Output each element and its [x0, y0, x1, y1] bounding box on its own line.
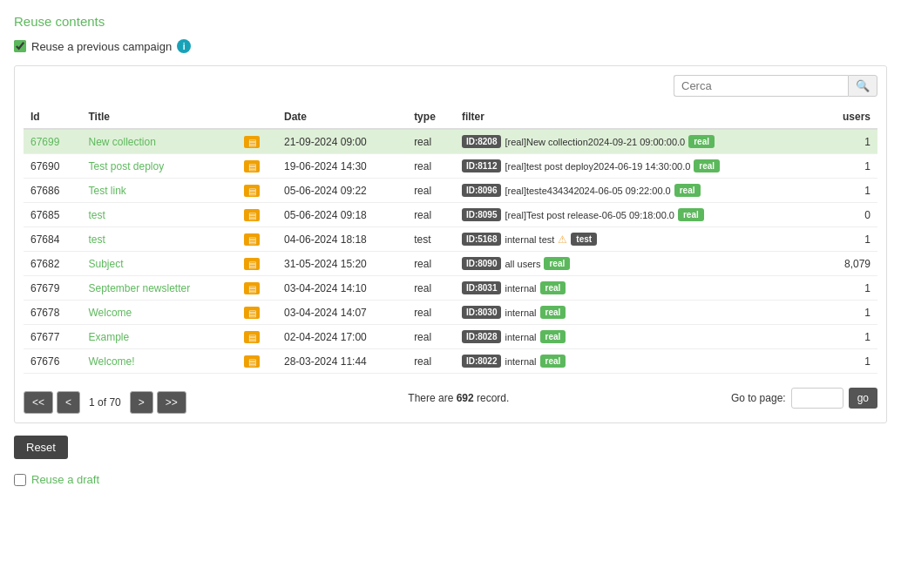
reset-button[interactable]: Reset	[14, 436, 68, 459]
search-button[interactable]: 🔍	[848, 75, 877, 97]
goto-button[interactable]: go	[849, 388, 877, 409]
col-icon	[237, 105, 277, 129]
cell-title: test	[81, 227, 237, 252]
next-page-button[interactable]: >	[130, 391, 153, 414]
row-title-link[interactable]: Welcome!	[88, 355, 134, 368]
filter-text: internal	[505, 308, 536, 318]
cell-type: real	[407, 252, 455, 276]
filter-text: internal test	[505, 234, 554, 245]
prev-page-button[interactable]: <	[57, 391, 80, 414]
image-icon	[244, 185, 260, 197]
cell-type: real	[407, 349, 455, 374]
row-title-link[interactable]: test	[88, 209, 105, 221]
cell-icon	[237, 276, 277, 301]
row-title-link[interactable]: Welcome	[88, 307, 132, 319]
reuse-draft-link[interactable]: Reuse a draft	[31, 473, 99, 486]
filter-id-badge: ID:8208	[462, 135, 502, 148]
cell-id: 67684	[24, 227, 81, 252]
cell-icon	[237, 349, 277, 374]
info-icon[interactable]: i	[177, 39, 191, 53]
filter-type-badge: real	[540, 306, 566, 319]
cell-type: real	[407, 154, 455, 179]
row-title-link[interactable]: test	[88, 233, 105, 246]
image-icon	[244, 282, 260, 294]
filter-id-badge: ID:8095	[462, 208, 502, 221]
image-icon	[244, 331, 260, 343]
pagination-row: << < 1 of 70 > >> There are 692 record. …	[24, 382, 877, 414]
cell-users: 8,079	[821, 252, 877, 276]
row-title-link[interactable]: Test link	[88, 185, 125, 197]
image-icon	[244, 209, 260, 221]
filter-text: internal	[505, 332, 536, 342]
cell-title: September newsletter	[81, 276, 237, 301]
row-title-link[interactable]: Test post deploy	[88, 160, 164, 172]
warning-icon: ⚠	[558, 233, 567, 246]
table-row[interactable]: 67685test05-06-2024 09:18realID:8095[rea…	[24, 203, 877, 227]
record-count: 692	[457, 392, 474, 404]
cell-id: 67699	[24, 129, 81, 154]
cell-users: 1	[821, 325, 877, 349]
filter-text: internal	[505, 283, 536, 294]
image-icon	[244, 136, 260, 148]
pagination-controls: << < 1 of 70 > >>	[24, 391, 186, 414]
table-row[interactable]: 67682Subject31-05-2024 15:20realID:8090a…	[24, 252, 877, 276]
table-row[interactable]: 67699New collection21-09-2024 09:00realI…	[24, 129, 877, 154]
filter-id-badge: ID:8030	[462, 306, 502, 319]
campaign-table-container: 🔍 Id Title Date type filter users 67699N…	[14, 65, 887, 423]
cell-icon	[237, 325, 277, 349]
first-page-button[interactable]: <<	[24, 391, 53, 414]
search-row: 🔍	[24, 75, 877, 97]
cell-filter: ID:8022internalreal	[455, 349, 821, 374]
campaign-table: Id Title Date type filter users 67699New…	[24, 105, 877, 374]
cell-type: real	[407, 203, 455, 227]
cell-users: 1	[821, 154, 877, 179]
cell-title: Test link	[81, 179, 237, 203]
col-id: Id	[24, 105, 81, 129]
filter-type-badge: real	[544, 257, 570, 270]
cell-icon	[237, 179, 277, 203]
record-pre: There are	[408, 392, 456, 404]
row-title-link[interactable]: September newsletter	[88, 282, 190, 294]
cell-filter: ID:8112[real]test post deploy2024-06-19 …	[455, 154, 821, 179]
row-title-link[interactable]: Example	[88, 331, 129, 343]
cell-filter: ID:5168internal test⚠test	[455, 227, 821, 252]
cell-filter: ID:8028internalreal	[455, 325, 821, 349]
table-row[interactable]: 67676Welcome!28-03-2024 11:44realID:8022…	[24, 349, 877, 374]
reuse-previous-row: Reuse a previous campaign i	[14, 39, 887, 53]
cell-users: 0	[821, 203, 877, 227]
image-icon	[244, 160, 260, 172]
image-icon	[244, 258, 260, 270]
cell-icon	[237, 227, 277, 252]
table-row[interactable]: 67677Example02-04-2024 17:00realID:8028i…	[24, 325, 877, 349]
cell-date: 19-06-2024 14:30	[277, 154, 407, 179]
filter-type-badge: real	[678, 208, 704, 221]
search-input[interactable]	[674, 75, 848, 97]
row-title-link[interactable]: New collection	[88, 136, 155, 148]
row-id-link[interactable]: 67699	[30, 136, 59, 148]
filter-type-badge: real	[540, 281, 566, 294]
table-row[interactable]: 67679September newsletter03-04-2024 14:1…	[24, 276, 877, 301]
reuse-draft-row: Reuse a draft	[14, 473, 887, 486]
cell-icon	[237, 154, 277, 179]
table-row[interactable]: 67678Welcome03-04-2024 14:07realID:8030i…	[24, 301, 877, 325]
cell-filter: ID:8030internalreal	[455, 301, 821, 325]
table-row[interactable]: 67690Test post deploy19-06-2024 14:30rea…	[24, 154, 877, 179]
page-title: Reuse contents	[14, 14, 887, 29]
cell-title: Example	[81, 325, 237, 349]
reuse-draft-checkbox[interactable]	[14, 474, 26, 486]
table-row[interactable]: 67684test04-06-2024 18:18testID:5168inte…	[24, 227, 877, 252]
cell-title: Welcome!	[81, 349, 237, 374]
cell-date: 04-06-2024 18:18	[277, 227, 407, 252]
cell-date: 21-09-2024 09:00	[277, 129, 407, 154]
cell-date: 05-06-2024 09:22	[277, 179, 407, 203]
cell-users: 1	[821, 129, 877, 154]
cell-id: 67677	[24, 325, 81, 349]
table-row[interactable]: 67686Test link05-06-2024 09:22realID:809…	[24, 179, 877, 203]
goto-input[interactable]	[791, 388, 843, 409]
cell-filter: ID:8031internalreal	[455, 276, 821, 301]
row-title-link[interactable]: Subject	[88, 258, 123, 270]
last-page-button[interactable]: >>	[157, 391, 186, 414]
image-icon	[244, 307, 260, 319]
reuse-previous-checkbox[interactable]	[14, 40, 26, 52]
cell-filter: ID:8095[real]Test post release-06-05 09:…	[455, 203, 821, 227]
